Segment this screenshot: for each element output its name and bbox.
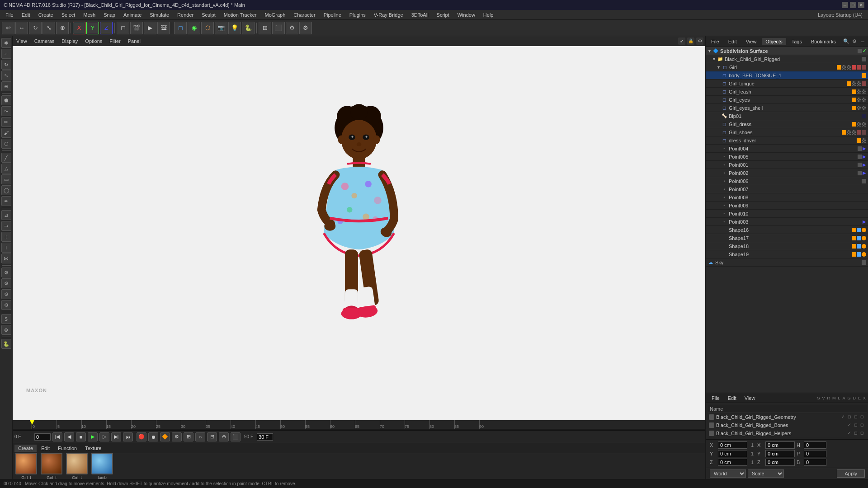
obj-item-black-child[interactable]: ▼ 📁 Black_Child_Girl_Rigged [706, 55, 868, 63]
scale-btn[interactable]: ⤡ [42, 22, 55, 34]
attr-tab-edit[interactable]: Edit [724, 394, 740, 402]
snap3-btn[interactable]: ⚙ [299, 22, 312, 34]
tool-sculpt3[interactable]: ⊹ [1, 232, 11, 242]
deform-btn[interactable]: ⬡ [201, 22, 214, 34]
vp-expand-btn[interactable]: ⤢ [678, 38, 685, 45]
menu-window[interactable]: Window [454, 11, 479, 19]
menu-create[interactable]: Create [35, 11, 57, 19]
obj-item-shape19[interactable]: ◈ Shape19 [706, 250, 868, 258]
anim-btn6[interactable]: ○ [195, 432, 205, 441]
obj-item-girl-leash[interactable]: ◻ Girl_leash [706, 88, 868, 96]
tool-sculpt4[interactable]: ⊺ [1, 243, 11, 253]
fps-input[interactable] [257, 433, 273, 441]
search-icon[interactable]: 🔍 [843, 38, 850, 45]
tool-move[interactable]: ↔ [1, 49, 11, 59]
move-btn[interactable]: ↔ [15, 22, 28, 34]
play-back-btn[interactable]: ◀ [64, 432, 74, 441]
obj-item-point009[interactable]: ◦ Point009 [706, 202, 868, 210]
obj-item-girl[interactable]: ▼ ◻ Girl [706, 63, 868, 71]
tool-mirror[interactable]: ⬡ [1, 139, 11, 149]
menu-motion-tracker[interactable]: Motion Tracker [220, 11, 260, 19]
omgr-tab-file[interactable]: File [708, 38, 723, 45]
obj-item-shape18[interactable]: ◈ Shape18 [706, 242, 868, 250]
obj-item-point003[interactable]: ◦ Point003 ▶ [706, 218, 868, 226]
object-mode-btn[interactable]: ◻ [117, 22, 129, 34]
menu-render[interactable]: Render [174, 11, 197, 19]
anim-btn4[interactable]: ⚙ [172, 432, 182, 441]
rotate-btn[interactable]: ↻ [29, 22, 42, 34]
anim-btn3[interactable]: 🔶 [160, 432, 170, 441]
vp-filter[interactable]: Filter [108, 38, 122, 44]
grid-btn[interactable]: ⊞ [259, 22, 271, 34]
tool-sculpt2[interactable]: ⊸ [1, 221, 11, 231]
python-btn[interactable]: 🐍 [242, 22, 255, 34]
obj-item-girl-eyes-shell[interactable]: ◻ Girl_eyes_shell [706, 104, 868, 112]
p-input[interactable] [804, 450, 826, 457]
tool-weights2[interactable]: ⚙ [1, 278, 11, 288]
menu-3dtoall[interactable]: 3DToAll [408, 11, 432, 19]
vp-options[interactable]: Options [83, 38, 104, 44]
vp-cameras[interactable]: Cameras [33, 38, 57, 44]
menu-sculpt[interactable]: Sculpt [198, 11, 219, 19]
obj-item-shape17[interactable]: ◈ Shape17 [706, 234, 868, 242]
minimize-btn[interactable]: ─ [842, 2, 848, 8]
camera-btn[interactable]: 📷 [215, 22, 227, 34]
anim-btn7[interactable]: ⊟ [207, 432, 217, 441]
tool-rotate[interactable]: ↻ [1, 60, 11, 70]
tool-freehand[interactable]: ✒ [1, 196, 11, 206]
gear-icon[interactable]: ⚙ [851, 38, 858, 45]
menu-character[interactable]: Character [290, 11, 319, 19]
omgr-tab-edit[interactable]: Edit [725, 38, 741, 45]
anim-btn1[interactable]: 🔴 [137, 432, 146, 441]
omgr-tab-bookmarks[interactable]: Bookmarks [807, 38, 840, 45]
anim-btn8[interactable]: ⊕ [219, 432, 229, 441]
zaxis-btn[interactable]: Z [100, 22, 113, 34]
render2-btn[interactable]: ▶ [144, 22, 156, 34]
light-btn[interactable]: 💡 [228, 22, 241, 34]
tool-spline[interactable]: 〜 [1, 106, 11, 116]
snap2-btn[interactable]: ⚙ [286, 22, 298, 34]
z-size-input[interactable] [765, 459, 795, 466]
omgr-tab-view[interactable]: View [742, 38, 760, 45]
mat-tab-edit[interactable]: Edit [38, 445, 53, 452]
obj-item-point004[interactable]: ◦ Point004 ▶ [706, 145, 868, 153]
undo-btn[interactable]: ↩ [2, 22, 14, 34]
menu-mesh[interactable]: Mesh [80, 11, 99, 19]
vp-lock-btn[interactable]: 🔒 [687, 38, 694, 45]
tool-sculpt5[interactable]: ⋈ [1, 253, 11, 263]
cube-btn[interactable]: ◻ [174, 22, 187, 34]
render3-btn[interactable]: 🖼 [157, 22, 170, 34]
select-btn[interactable]: ⊕ [56, 22, 69, 34]
obj-item-tongue1[interactable]: ◻ body_BFB_TONGUE_1 [706, 71, 868, 80]
viewport[interactable]: MAXON [13, 46, 705, 420]
vp-view[interactable]: View [14, 38, 29, 44]
tool-scale[interactable]: ⤡ [1, 70, 11, 80]
obj-item-girl-tongue[interactable]: ◻ Girl_tongue [706, 80, 868, 88]
obj-item-girl-dress[interactable]: ◻ Girl_dress [706, 120, 868, 128]
anim-btn2[interactable]: ⏺ [148, 432, 158, 441]
xaxis-btn[interactable]: X [73, 22, 85, 34]
current-frame-input[interactable] [34, 433, 51, 441]
h-input[interactable] [804, 441, 826, 449]
tool-weights3[interactable]: ⚙ [1, 289, 11, 299]
attr-tab-file[interactable]: File [708, 394, 723, 402]
tool-select[interactable]: ✱ [1, 38, 11, 48]
play-loop-btn[interactable]: ▷ [99, 432, 109, 441]
world-dropdown[interactable]: World Local Object [710, 469, 746, 478]
attr-tab-view[interactable]: View [741, 394, 759, 402]
play-btn[interactable]: ▶ [88, 432, 98, 441]
tool-extra3[interactable]: 🐍 [1, 339, 11, 349]
obj-item-point002[interactable]: ◦ Point002 ▶ [706, 169, 868, 177]
tool-rect[interactable]: ▭ [1, 174, 11, 184]
y-position-input[interactable] [718, 450, 747, 457]
tool-tri[interactable]: △ [1, 164, 11, 174]
mat-tab-function[interactable]: Function [54, 445, 80, 452]
obj-item-point008[interactable]: ◦ Point008 [706, 193, 868, 202]
frame-fwd-btn[interactable]: ▶| [111, 432, 121, 441]
attr-item-helpers[interactable]: Black_Child_Girl_Rigged_Helpers ✓ ◻ ◻ [708, 429, 867, 437]
mat-tab-texture[interactable]: Texture [81, 445, 105, 452]
obj-item-subdivision[interactable]: ▼ 🔷 Subdivision Surface ✓ [706, 47, 868, 55]
material-item-1[interactable]: Girl_t [41, 453, 62, 479]
obj-item-point007[interactable]: ◦ Point007 [706, 185, 868, 193]
menu-vray[interactable]: V-Ray Bridge [370, 11, 407, 19]
